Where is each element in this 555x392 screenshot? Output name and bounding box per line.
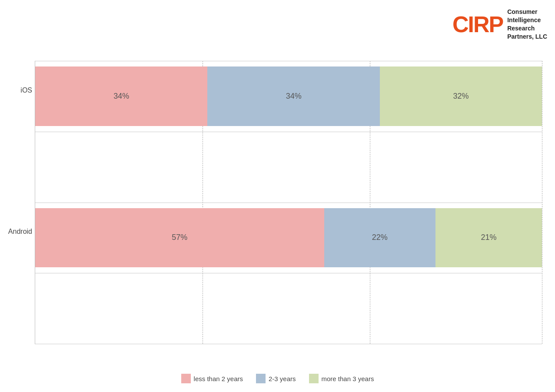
legend-label-green: more than 3 years [322, 375, 374, 382]
chart-container: CIRP ConsumerIntelligenceResearchPartner… [0, 0, 555, 392]
h-line-top [35, 61, 542, 61]
cirp-logo: CIRP [452, 13, 503, 36]
legend-swatch-green [309, 374, 319, 383]
ios-pink-label: 34% [113, 92, 129, 101]
legend-label-blue: 2-3 years [269, 375, 296, 382]
legend-item-green: more than 3 years [309, 374, 374, 383]
h-line-mid3 [35, 273, 542, 273]
chart-area: 34% 34% 32% iOS 57% 22% 21% Android [35, 61, 542, 344]
android-green-label: 21% [481, 233, 497, 242]
android-pink-label: 57% [172, 233, 187, 242]
android-seg-pink: 57% [35, 208, 324, 268]
grid-line-100 [542, 61, 542, 344]
android-seg-green: 21% [435, 208, 542, 268]
ios-seg-blue: 34% [207, 66, 379, 126]
legend-swatch-blue [256, 374, 266, 383]
h-line-bottom [35, 344, 542, 344]
ios-blue-label: 34% [286, 92, 302, 101]
legend-item-blue: 2-3 years [256, 374, 296, 383]
android-seg-blue: 22% [324, 208, 436, 268]
h-line-mid1 [35, 132, 542, 132]
legend-label-pink: less than 2 years [194, 375, 243, 382]
legend-item-pink: less than 2 years [181, 374, 243, 383]
legend-swatch-pink [181, 374, 191, 383]
android-bar-row: 57% 22% 21% [35, 208, 542, 268]
logo-area: CIRP ConsumerIntelligenceResearchPartner… [452, 8, 547, 41]
ios-seg-pink: 34% [35, 66, 207, 126]
legend: less than 2 years 2-3 years more than 3 … [0, 374, 555, 383]
ios-bar-row: 34% 34% 32% [35, 66, 542, 126]
android-blue-label: 22% [372, 233, 388, 242]
company-name: ConsumerIntelligenceResearchPartners, LL… [507, 8, 547, 41]
ios-green-label: 32% [453, 92, 469, 101]
ios-y-label: iOS [3, 86, 32, 94]
ios-seg-green: 32% [380, 66, 542, 126]
android-y-label: Android [3, 228, 32, 236]
h-line-mid2 [35, 203, 542, 203]
